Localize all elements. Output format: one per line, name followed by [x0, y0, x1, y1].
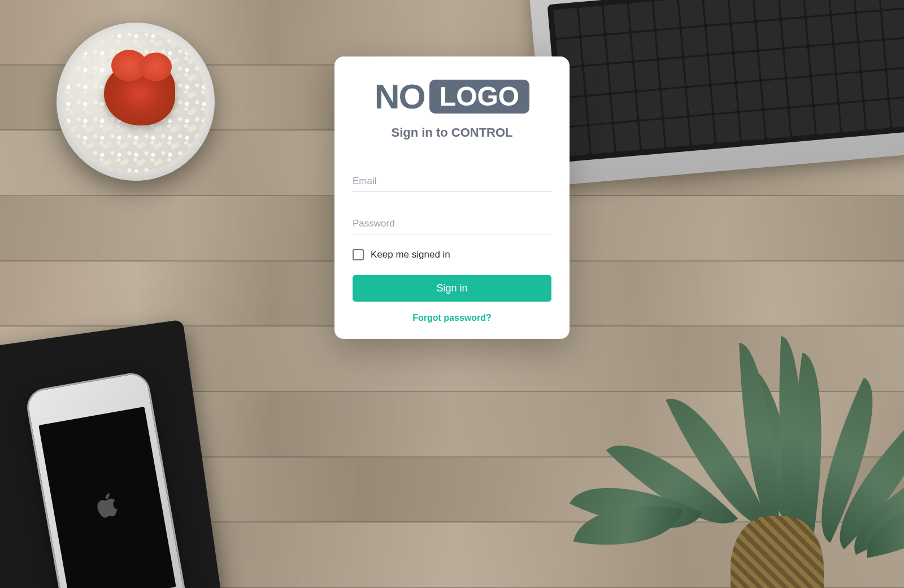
keep-signed-in-checkbox[interactable] — [353, 249, 364, 260]
password-field[interactable] — [353, 214, 551, 234]
laptop-decoration — [529, 0, 904, 186]
logo-text-part2: LOGO — [429, 80, 529, 114]
forgot-password-link[interactable]: Forgot password? — [353, 313, 551, 323]
keep-signed-in-label[interactable]: Keep me signed in — [371, 249, 450, 260]
login-card: NO LOGO Sign in to CONTROL Keep me signe… — [334, 56, 570, 339]
email-field[interactable] — [353, 171, 551, 192]
logo-text-part1: NO — [375, 79, 425, 114]
signin-button[interactable]: Sign in — [353, 275, 551, 302]
cactus-decoration — [56, 23, 215, 181]
signin-title: Sign in to CONTROL — [353, 125, 551, 140]
logo: NO LOGO — [353, 79, 551, 114]
pineapple-decoration — [621, 277, 904, 588]
